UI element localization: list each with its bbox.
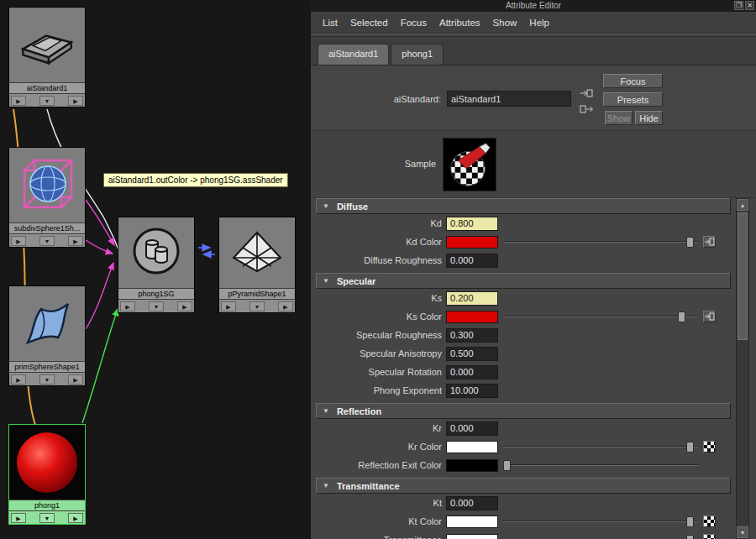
- map-connection-button[interactable]: [703, 236, 716, 248]
- color-swatch[interactable]: [446, 534, 498, 539]
- tab-aistandard1[interactable]: aiStandard1: [318, 44, 389, 65]
- node-label: subdivSphere1Sh...: [9, 222, 85, 233]
- connect-output-icon[interactable]: [578, 102, 595, 115]
- window-titlebar[interactable]: Attribute Editor ❐ ✕: [311, 0, 756, 12]
- scrollbar-thumb[interactable]: [738, 212, 748, 340]
- menu-focus[interactable]: Focus: [401, 18, 427, 28]
- map-connection-button[interactable]: [703, 311, 716, 322]
- slider-handle[interactable]: [503, 460, 511, 471]
- slider-handle[interactable]: [686, 516, 694, 527]
- node-editor-canvas[interactable]: aiStandard1 ▶ ▼ ▶: [0, 0, 311, 539]
- texture-map-button[interactable]: [703, 515, 716, 527]
- node-input-expand-icon[interactable]: ▶: [11, 236, 26, 246]
- node-collapse-icon[interactable]: ▼: [39, 374, 55, 385]
- node-phong1sg[interactable]: phong1SG ▶ ▼ ▶: [118, 217, 195, 313]
- slider-handle[interactable]: [678, 311, 685, 322]
- node-output-expand-icon[interactable]: ▶: [68, 236, 83, 246]
- node-input-expand-icon[interactable]: ▶: [221, 301, 236, 311]
- texture-map-button[interactable]: [703, 441, 716, 453]
- node-collapse-icon[interactable]: ▼: [249, 301, 265, 311]
- attr-label: Ks Color: [316, 311, 446, 322]
- node-output-expand-icon[interactable]: ▶: [68, 513, 83, 523]
- attr-value-field[interactable]: 0.000: [446, 254, 498, 268]
- color-swatch[interactable]: [446, 459, 498, 472]
- section-specular: ▼ Specular Ks 0.200 Ks Color: [316, 273, 731, 400]
- tab-phong1[interactable]: phong1: [391, 44, 444, 65]
- attr-row-transmittance: Transmittance: [316, 531, 731, 539]
- vertical-scrollbar[interactable]: ▲ ▼: [736, 198, 749, 539]
- color-swatch[interactable]: [446, 515, 498, 528]
- color-slider[interactable]: [503, 311, 698, 323]
- node-input-expand-icon[interactable]: ▶: [11, 374, 26, 385]
- node-input-expand-icon[interactable]: ▶: [120, 301, 135, 311]
- wire-magenta-1[interactable]: [86, 200, 114, 245]
- attr-value-field[interactable]: 0.500: [446, 347, 498, 361]
- collapse-arrow-icon: ▼: [323, 277, 329, 285]
- node-aistandard1[interactable]: aiStandard1 ▶ ▼ ▶: [8, 7, 86, 107]
- node-ppyramidshape1[interactable]: pPyramidShape1 ▶ ▼ ▶: [218, 217, 296, 313]
- color-slider[interactable]: [503, 515, 698, 528]
- node-collapse-icon[interactable]: ▼: [39, 96, 55, 106]
- node-collapse-icon[interactable]: ▼: [39, 513, 55, 523]
- node-output-expand-icon[interactable]: ▶: [278, 301, 293, 311]
- wire-magenta-2[interactable]: [86, 240, 113, 254]
- node-output-expand-icon[interactable]: ▶: [177, 301, 192, 311]
- collapse-arrow-icon: ▼: [323, 407, 329, 415]
- attr-value-field[interactable]: 0.800: [446, 217, 498, 231]
- color-slider[interactable]: [503, 459, 698, 472]
- slider-handle[interactable]: [686, 237, 694, 248]
- show-button[interactable]: Show: [605, 111, 633, 125]
- node-output-expand-icon[interactable]: ▶: [68, 96, 83, 106]
- node-collapse-icon[interactable]: ▼: [149, 301, 164, 311]
- hide-button[interactable]: Hide: [635, 111, 663, 125]
- slider-handle[interactable]: [686, 442, 694, 453]
- attr-value-field[interactable]: 0.000: [446, 496, 498, 510]
- menu-help[interactable]: Help: [529, 18, 549, 28]
- node-output-expand-icon[interactable]: ▶: [68, 374, 83, 385]
- close-window-button[interactable]: ✕: [745, 1, 754, 10]
- section-header-reflection[interactable]: ▼ Reflection: [316, 403, 731, 419]
- attr-value-field[interactable]: 0.000: [446, 365, 498, 379]
- material-sample-swatch[interactable]: [443, 138, 496, 191]
- node-subdivsphere1[interactable]: subdivSphere1Sh... ▶ ▼ ▶: [8, 147, 86, 248]
- menu-show[interactable]: Show: [493, 18, 517, 28]
- slider-track: [503, 464, 698, 466]
- attr-value-field[interactable]: 0.000: [446, 421, 498, 436]
- node-input-expand-icon[interactable]: ▶: [11, 96, 26, 106]
- color-swatch[interactable]: [446, 311, 498, 323]
- focus-button[interactable]: Focus: [603, 74, 663, 88]
- color-slider[interactable]: [503, 236, 698, 249]
- attr-label: Kt: [316, 498, 446, 508]
- color-slider[interactable]: [503, 534, 698, 539]
- menu-list[interactable]: List: [323, 18, 338, 28]
- section-title: Reflection: [337, 406, 381, 416]
- attr-value-field[interactable]: 0.200: [446, 291, 498, 306]
- attr-label: Reflection Exit Color: [316, 460, 446, 470]
- section-header-specular[interactable]: ▼ Specular: [316, 273, 731, 289]
- wire-magenta-3[interactable]: [86, 263, 113, 329]
- scroll-down-button[interactable]: ▼: [737, 526, 748, 538]
- menu-attributes[interactable]: Attributes: [439, 18, 480, 28]
- window-title: Attribute Editor: [506, 1, 561, 10]
- node-phong1[interactable]: phong1 ▶ ▼ ▶: [8, 424, 86, 525]
- color-slider[interactable]: [503, 441, 698, 453]
- connect-input-icon[interactable]: [578, 86, 595, 99]
- node-primsphereshape1[interactable]: primSphereShape1 ▶ ▼ ▶: [8, 285, 86, 386]
- node-input-expand-icon[interactable]: ▶: [11, 513, 26, 523]
- texture-map-button[interactable]: [703, 534, 716, 539]
- node-name-input[interactable]: [447, 91, 571, 107]
- section-header-diffuse[interactable]: ▼ Diffuse: [316, 198, 731, 214]
- scroll-up-button[interactable]: ▲: [737, 199, 748, 211]
- attr-value-field[interactable]: 0.300: [446, 328, 498, 343]
- color-swatch[interactable]: [446, 236, 498, 249]
- color-swatch[interactable]: [446, 441, 498, 453]
- section-header-transmittance[interactable]: ▼ Transmittance: [316, 478, 731, 494]
- node-collapse-icon[interactable]: ▼: [39, 236, 55, 246]
- slider-handle[interactable]: [686, 535, 694, 539]
- menu-selected[interactable]: Selected: [350, 18, 388, 28]
- collapse-arrow-icon: ▼: [323, 482, 329, 489]
- presets-button[interactable]: Presets: [603, 92, 663, 107]
- standard-shader-icon: [9, 8, 85, 82]
- attr-value-field[interactable]: 10.000: [446, 384, 498, 398]
- restore-window-button[interactable]: ❐: [734, 1, 743, 10]
